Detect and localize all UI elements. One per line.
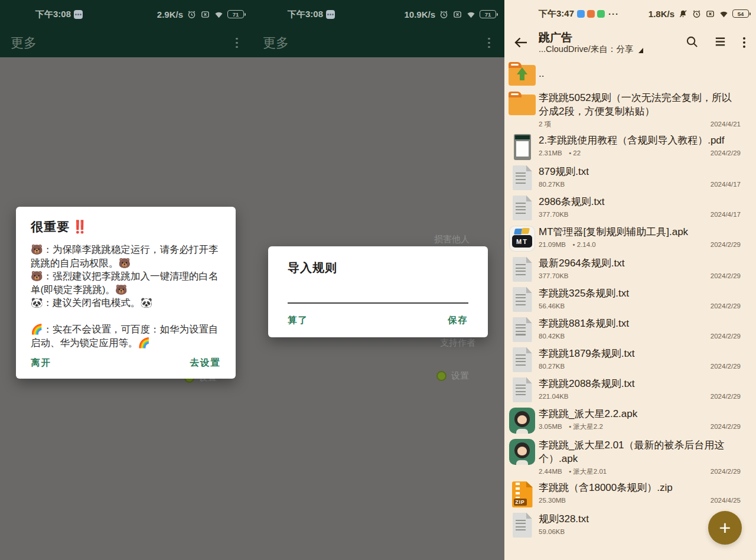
file-date: 2024/2/29 bbox=[711, 392, 741, 401]
left-app-bar: 更多 bbox=[0, 28, 252, 57]
file-row[interactable]: 879规则.txt 80.27KB2024/4/17 bbox=[504, 162, 756, 193]
wifi-icon bbox=[466, 9, 476, 19]
breadcrumb[interactable]: ...CloudDrive/来自：分享 bbox=[539, 44, 643, 54]
back-icon[interactable] bbox=[513, 34, 529, 51]
exclamation-mark: ‼️ bbox=[72, 220, 88, 233]
overflow-menu-icon[interactable] bbox=[742, 36, 747, 49]
mute-bell-icon bbox=[678, 9, 688, 19]
file-name: 李跳跳881条规则.txt bbox=[539, 317, 741, 330]
text-file-icon bbox=[513, 513, 532, 538]
clock: 下午3:08 bbox=[35, 9, 71, 20]
dimmed-settings-item: 设置 bbox=[436, 370, 469, 382]
file-row[interactable]: ZIP 李跳跳（含18000条规则）.zip 25.30MB2024/4/25 bbox=[504, 478, 756, 510]
clock: 下午3:47 bbox=[539, 8, 574, 19]
text-file-icon bbox=[513, 196, 532, 220]
file-name: 李跳跳_派大星2.01（最新的被杀后台用这个）.apk bbox=[539, 438, 741, 465]
file-meta: 221.04KB bbox=[539, 392, 569, 401]
file-row[interactable]: MT MT管理器[复制规则辅助工具].apk 21.09MB • 2.14.02… bbox=[504, 223, 756, 254]
wifi-icon bbox=[214, 9, 224, 19]
file-meta: 56.46KB bbox=[539, 302, 565, 311]
file-meta: 3.05MB • 派大星2.2 bbox=[539, 422, 603, 431]
file-row[interactable]: 李跳跳_派大星2.01（最新的被杀后台用这个）.apk 2.44MB • 派大星… bbox=[504, 436, 756, 478]
view-mode-icon[interactable] bbox=[713, 35, 727, 51]
file-meta: 80.27KB bbox=[539, 180, 565, 189]
app-badge-icon bbox=[326, 10, 335, 19]
file-row[interactable]: 2.李跳跳使用教程（含规则导入教程）.pdf 2.31MB • 222024/2… bbox=[504, 131, 756, 162]
file-meta: 2.31MB • 22 bbox=[539, 149, 581, 158]
right-status-bar: 下午3:47 ··· 1.8K/s 54 bbox=[504, 0, 756, 27]
left-screen: 下午3:08 2.9K/s 71 更多 损害他人 支持作者 设置 很重要‼️ 🐻… bbox=[0, 0, 252, 560]
overflow-menu-icon[interactable] bbox=[484, 35, 494, 51]
file-date: 2024/4/17 bbox=[711, 180, 741, 189]
overflow-menu-icon[interactable] bbox=[232, 35, 242, 51]
file-name: 李跳跳_派大星2.2.apk bbox=[539, 407, 741, 421]
file-date: 2024/2/29 bbox=[711, 332, 741, 341]
orange-app-icon bbox=[587, 10, 595, 18]
litiaotiao-app-icon bbox=[509, 439, 535, 465]
left-status-bar: 下午3:08 2.9K/s 71 bbox=[0, 0, 252, 28]
zip-file-icon: ZIP bbox=[512, 481, 533, 507]
file-name: 2986条规则.txt bbox=[539, 195, 741, 209]
file-row[interactable]: .. bbox=[504, 58, 756, 89]
app-badge-icon bbox=[74, 10, 83, 19]
file-date: 2024/2/29 bbox=[711, 149, 741, 158]
wifi-icon bbox=[719, 9, 729, 19]
file-row[interactable]: 2986条规则.txt 377.70KB2024/4/17 bbox=[504, 193, 756, 223]
battery-icon: 54 bbox=[732, 9, 749, 18]
text-file-icon bbox=[513, 257, 532, 282]
file-row[interactable]: 李跳跳881条规则.txt 80.42KB2024/2/29 bbox=[504, 314, 756, 344]
litiaotiao-app-icon bbox=[509, 408, 535, 434]
file-row[interactable]: 李跳跳325条规则.txt 56.46KB2024/2/29 bbox=[504, 284, 756, 314]
file-row[interactable]: 最新2964条规则.txt 377.70KB2024/2/29 bbox=[504, 254, 756, 284]
file-name: 李跳跳325条规则.txt bbox=[539, 286, 741, 300]
file-date: 2024/4/25 bbox=[711, 496, 741, 505]
alarm-icon bbox=[187, 9, 197, 19]
sim-x-icon bbox=[705, 9, 715, 19]
more-notifications: ··· bbox=[608, 9, 619, 19]
coin-icon bbox=[436, 371, 447, 381]
middle-app-bar: 更多 bbox=[252, 28, 504, 57]
rule-input-field[interactable] bbox=[288, 292, 468, 304]
mt-manager-icon: MT bbox=[509, 226, 535, 252]
dimmed-text-harm: 损害他人 bbox=[434, 234, 470, 245]
go-settings-button[interactable]: 去设置 bbox=[190, 357, 221, 369]
save-button[interactable]: 保存 bbox=[448, 314, 468, 327]
file-date: 2024/2/29 bbox=[711, 362, 741, 371]
search-icon[interactable] bbox=[685, 35, 699, 51]
text-file-icon bbox=[513, 317, 532, 342]
text-file-icon bbox=[513, 347, 532, 372]
file-name: 李跳跳2088条规则.txt bbox=[539, 377, 741, 390]
dialog-title: 很重要‼️ bbox=[31, 219, 221, 235]
file-meta: 2.44MB • 派大星2.01 bbox=[539, 467, 607, 476]
notification-app-icons bbox=[577, 10, 605, 18]
leave-button[interactable]: 离开 bbox=[31, 357, 51, 369]
file-date: 2024/4/17 bbox=[711, 210, 741, 219]
file-row[interactable]: 李跳跳5052规则（一次无法完全复制，所以分成2段，方便复制粘贴） 2 项202… bbox=[504, 89, 756, 131]
folder-title: 跳广告 bbox=[539, 31, 643, 44]
file-name: 李跳跳1879条规则.txt bbox=[539, 347, 741, 360]
cancel-button[interactable]: 算了 bbox=[288, 314, 308, 327]
middle-status-bar: 下午3:08 10.9K/s 71 bbox=[252, 0, 504, 28]
file-meta: 21.09MB • 2.14.0 bbox=[539, 240, 596, 249]
file-name: 最新2964条规则.txt bbox=[539, 256, 741, 270]
file-row[interactable]: 李跳跳2088条规则.txt 221.04KB2024/2/29 bbox=[504, 375, 756, 405]
file-meta: 377.70KB bbox=[539, 272, 569, 281]
file-meta: 25.30MB bbox=[539, 496, 566, 505]
dialog-message: 🐻：为保障李跳跳稳定运行，请务必打开李跳跳的自启动权限。🐻 🐻：强烈建议把李跳跳… bbox=[31, 243, 221, 349]
file-meta: 80.42KB bbox=[539, 332, 565, 341]
file-meta: 2 项 bbox=[539, 120, 551, 129]
text-file-icon bbox=[513, 287, 532, 312]
network-speed: 2.9K/s bbox=[157, 9, 183, 19]
file-name: .. bbox=[539, 67, 741, 80]
add-button[interactable]: + bbox=[708, 511, 742, 545]
file-row[interactable]: 李跳跳_派大星2.2.apk 3.05MB • 派大星2.22024/2/29 bbox=[504, 405, 756, 436]
middle-screen: 下午3:08 10.9K/s 71 更多 损害他人 支持作者 设置 导入规则 算… bbox=[252, 0, 504, 560]
file-row[interactable]: 李跳跳1879条规则.txt 80.27KB2024/2/29 bbox=[504, 344, 756, 375]
dimmed-text-support: 支持作者 bbox=[440, 337, 475, 349]
dimmed-text-settings: 设置 bbox=[451, 370, 469, 382]
clock: 下午3:08 bbox=[288, 9, 323, 20]
file-manager-screen: 下午3:47 ··· 1.8K/s 54 跳广告 ...CloudDrive/来… bbox=[504, 0, 756, 560]
alarm-icon bbox=[692, 9, 702, 19]
sim-x-icon bbox=[200, 9, 210, 19]
folder-icon bbox=[509, 95, 536, 115]
